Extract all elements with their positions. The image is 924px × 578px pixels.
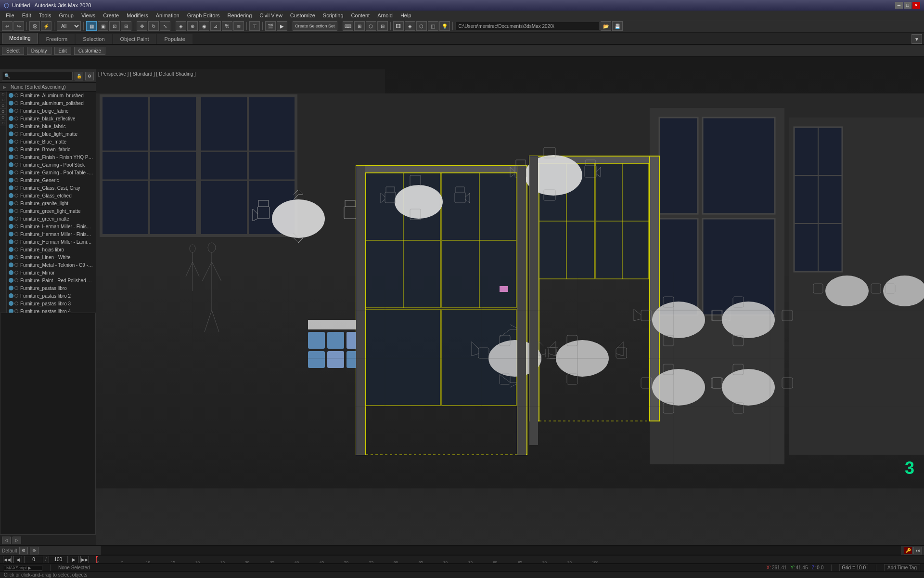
unlink-button[interactable]: ⚡ bbox=[41, 21, 51, 31]
select-button[interactable]: Select bbox=[2, 47, 24, 55]
scene-states-button[interactable]: ◫ bbox=[428, 21, 438, 31]
render-setup-button[interactable]: 🎬 bbox=[265, 21, 276, 31]
hscroll-track[interactable] bbox=[0, 313, 95, 534]
menu-tools[interactable]: Tools bbox=[35, 12, 55, 19]
menu-group[interactable]: Group bbox=[55, 12, 77, 19]
scene-list-item[interactable]: Furniture_granite_light bbox=[7, 199, 96, 207]
render-interactive-button[interactable]: ⬡ bbox=[416, 21, 427, 31]
light-lister-button[interactable]: 💡 bbox=[439, 21, 450, 31]
menu-customize[interactable]: Customize bbox=[286, 12, 319, 19]
scene-list-item[interactable]: Furniture_Herman Miller - Finish VN W bbox=[7, 230, 96, 238]
menu-civil-view[interactable]: Civil View bbox=[256, 12, 286, 19]
menu-create[interactable]: Create bbox=[99, 12, 123, 19]
scene-list-item[interactable]: Furniture_pastas libro 2 bbox=[7, 292, 96, 300]
pivot-button[interactable]: ⊕ bbox=[187, 21, 198, 31]
view-cube-button[interactable]: ⬡ bbox=[366, 21, 376, 31]
scene-list-item[interactable]: Furniture_blue_fabric bbox=[7, 122, 96, 130]
scene-list-item[interactable]: Furniture_Generic bbox=[7, 176, 96, 184]
tab-extras-button[interactable]: ▼ bbox=[911, 34, 922, 44]
material-editor-button[interactable]: ◈ bbox=[405, 21, 415, 31]
filter-dropdown[interactable]: All bbox=[57, 21, 81, 31]
lock-icon-btn[interactable]: 🔒 bbox=[75, 72, 83, 80]
select-tool-button[interactable]: ▦ bbox=[86, 21, 97, 31]
spinner-snap-button[interactable]: ≋ bbox=[233, 21, 244, 31]
scene-list-item[interactable]: Furniture_blue_light_matte bbox=[7, 130, 96, 138]
move-tool-button[interactable]: ✥ bbox=[137, 21, 147, 31]
scene-list-item[interactable]: Furniture_hojas libro bbox=[7, 246, 96, 253]
scene-list-item[interactable]: Furniture_pastas libro bbox=[7, 284, 96, 292]
percent-snap-button[interactable]: % bbox=[222, 21, 232, 31]
add-time-tag-button[interactable]: Add Time Tag bbox=[884, 564, 920, 571]
scene-list-item[interactable]: Furniture_black_reflective bbox=[7, 115, 96, 122]
menu-views[interactable]: Views bbox=[77, 12, 99, 19]
grid-toggle-button[interactable]: ⊞ bbox=[354, 21, 365, 31]
prev-frame-button[interactable]: ◀◀ bbox=[3, 556, 12, 564]
anim-key-button[interactable]: 🔑 bbox=[904, 547, 912, 554]
scene-list-item[interactable]: Furniture_Paint - Red Polished Aluminur bbox=[7, 276, 96, 284]
rotate-tool-button[interactable]: ↻ bbox=[148, 21, 159, 31]
scene-list[interactable]: Furniture_Aluminum_brushedFurniture_alum… bbox=[7, 92, 96, 313]
menu-animation[interactable]: Animation bbox=[152, 12, 183, 19]
total-frames-input[interactable] bbox=[49, 556, 68, 564]
scene-list-item[interactable]: Furniture_beige_fabric bbox=[7, 107, 96, 115]
timeline-track[interactable] bbox=[100, 546, 902, 555]
next-frame-button[interactable]: ▶▶ bbox=[80, 556, 89, 564]
save-path-button[interactable]: 💾 bbox=[612, 21, 623, 31]
ref-coord-button[interactable]: ◈ bbox=[176, 21, 186, 31]
close-button[interactable]: ✕ bbox=[912, 2, 920, 9]
scene-svg[interactable]: 3 bbox=[96, 69, 924, 545]
angle-snap-button[interactable]: ⊿ bbox=[210, 21, 221, 31]
open-path-button[interactable]: 📂 bbox=[601, 21, 611, 31]
prev-key-button[interactable]: ◀ bbox=[13, 556, 22, 564]
menu-file[interactable]: File bbox=[2, 12, 18, 19]
menu-rendering[interactable]: Rendering bbox=[224, 12, 256, 19]
scene-list-item[interactable]: Furniture_green_light_matte bbox=[7, 207, 96, 215]
view-top-button[interactable]: ⊤ bbox=[249, 21, 260, 31]
edit-button[interactable]: Edit bbox=[54, 47, 71, 55]
viewport-config-button[interactable]: ⊟ bbox=[377, 21, 388, 31]
scene-list-item[interactable]: Furniture_Gaming - Pool Stick bbox=[7, 161, 96, 169]
create-selection-set-button[interactable]: Create Selection Set bbox=[293, 21, 337, 31]
scene-list-item[interactable]: Furniture_pastas libro 4 bbox=[7, 307, 96, 313]
scene-list-item[interactable]: Furniture_Blue_matte bbox=[7, 138, 96, 145]
scene-list-item[interactable]: Furniture_Glass_etched bbox=[7, 192, 96, 199]
scene-list-item[interactable]: Furniture_Linen - White bbox=[7, 253, 96, 261]
select-region-button[interactable]: ▣ bbox=[98, 21, 108, 31]
scene-list-item[interactable]: Furniture_Finish - Finish YHQ Polished A bbox=[7, 153, 96, 161]
menu-content[interactable]: Content bbox=[347, 12, 374, 19]
keyboard-shortcut-button[interactable]: ⌨ bbox=[343, 21, 353, 31]
select-window-button[interactable]: ⊡ bbox=[109, 21, 120, 31]
scene-list-item[interactable]: Furniture_Aluminum_brushed bbox=[7, 92, 96, 99]
scene-search-input[interactable] bbox=[2, 72, 73, 80]
render-frame-button[interactable]: ▶ bbox=[277, 21, 287, 31]
menu-help[interactable]: Help bbox=[397, 12, 415, 19]
scene-list-item[interactable]: Furniture_pastas libro 3 bbox=[7, 300, 96, 307]
scale-tool-button[interactable]: ⤡ bbox=[160, 21, 170, 31]
display-button[interactable]: Display bbox=[27, 47, 51, 55]
next-key-button[interactable]: ▶ bbox=[70, 556, 78, 564]
menu-scripting[interactable]: Scripting bbox=[319, 12, 347, 19]
menu-graph-editors[interactable]: Graph Editors bbox=[183, 12, 224, 19]
tab-modeling[interactable]: Modeling bbox=[2, 33, 38, 44]
layer-extra-btn[interactable]: ⊕ bbox=[30, 547, 38, 554]
tab-selection[interactable]: Selection bbox=[76, 34, 112, 44]
snap-toggle-button[interactable]: ◉ bbox=[199, 21, 209, 31]
scene-list-item[interactable]: Furniture_Mirror bbox=[7, 269, 96, 276]
scene-list-item[interactable]: Furniture_Gaming - Pool Table - Cue Ba bbox=[7, 169, 96, 176]
customize-button[interactable]: Customize bbox=[74, 47, 105, 55]
scene-list-item[interactable]: Furniture_green_matte bbox=[7, 215, 96, 223]
scene-panel-btn-2[interactable]: ▷ bbox=[13, 537, 21, 544]
scene-list-item[interactable]: Furniture_Herman Miller - Finish BU Bla bbox=[7, 223, 96, 230]
scene-list-item[interactable]: Furniture_Metal - Teknion - C9 - Polishe bbox=[7, 261, 96, 269]
tab-object-paint[interactable]: Object Paint bbox=[113, 34, 156, 44]
timeline-numbers-area[interactable]: 0 5 10 15 20 25 30 35 40 bbox=[0, 556, 924, 564]
frame-display-button[interactable]: 🎞 bbox=[393, 21, 404, 31]
settings-icon-btn[interactable]: ⚙ bbox=[85, 72, 94, 80]
menu-modifiers[interactable]: Modifiers bbox=[123, 12, 152, 19]
scene-list-item[interactable]: Furniture_aluminum_polished bbox=[7, 99, 96, 107]
maximize-button[interactable]: □ bbox=[904, 2, 911, 9]
scene-list-item[interactable]: Furniture_Glass, Cast, Gray bbox=[7, 184, 96, 192]
tab-freeform[interactable]: Freeform bbox=[39, 34, 75, 44]
link-button[interactable]: ⛓ bbox=[29, 21, 40, 31]
scene-panel-btn-1[interactable]: ◁ bbox=[2, 537, 11, 544]
